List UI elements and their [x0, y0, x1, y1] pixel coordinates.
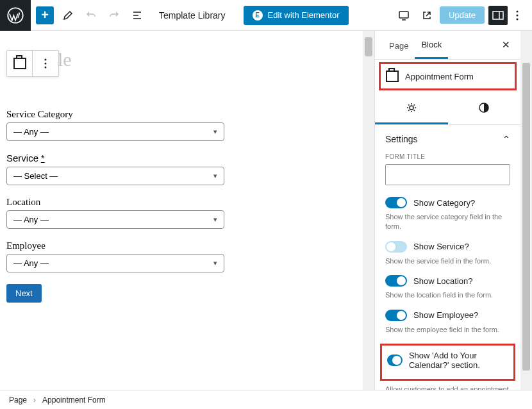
category-value: — Any —	[13, 127, 49, 137]
form-title-input[interactable]	[385, 164, 510, 185]
panel-tabs	[375, 93, 520, 125]
toggle-show-service[interactable]	[385, 241, 407, 253]
employee-value: — Any —	[13, 258, 49, 268]
elementor-label: Edit with Elementor	[268, 10, 340, 20]
contrast-icon	[478, 102, 490, 113]
svg-point-10	[410, 106, 413, 110]
location-value: — Any —	[13, 215, 49, 224]
service-label: Service *	[6, 153, 356, 164]
block-type-icon[interactable]	[7, 51, 33, 76]
undo-icon[interactable]	[82, 6, 100, 24]
template-library-link[interactable]: Template Library	[159, 10, 226, 21]
toggle-show-category[interactable]	[385, 197, 407, 208]
redo-icon[interactable]	[105, 6, 123, 24]
top-toolbar: + Template Library E Edit with Elementor…	[0, 0, 532, 31]
svg-point-5	[517, 14, 519, 16]
svg-point-6	[517, 18, 519, 20]
calendar-icon	[13, 58, 26, 69]
settings-sidebar: Page Block ✕ Appointment Form Settings ⌃	[374, 31, 520, 390]
sidebar-scrollbar[interactable]	[520, 31, 532, 390]
settings-section-label: Settings	[385, 134, 418, 144]
svg-rect-1	[399, 12, 408, 18]
svg-point-8	[45, 63, 47, 65]
tab-page[interactable]: Page	[383, 32, 415, 58]
elementor-icon: E	[253, 10, 263, 21]
device-preview-icon[interactable]	[395, 6, 413, 24]
external-link-icon[interactable]	[418, 6, 436, 24]
svg-point-4	[517, 10, 519, 12]
block-header: Appointment Form	[379, 62, 517, 90]
update-button[interactable]: Update	[440, 6, 485, 24]
page-title-fragment: le	[58, 49, 72, 71]
breadcrumb-sep-icon: ›	[33, 396, 36, 405]
styles-tab-icon[interactable]	[448, 93, 521, 124]
toggle-calendar-label: Show 'Add to Your Calendar?' section.	[409, 351, 508, 370]
calendar-icon	[386, 71, 399, 82]
svg-point-9	[45, 67, 47, 69]
location-select[interactable]: — Any — ▾	[6, 210, 224, 229]
sidebar-tabs: Page Block ✕	[375, 31, 520, 60]
svg-rect-2	[493, 12, 503, 19]
toggle-employee-label: Show Employee?	[413, 310, 478, 320]
wordpress-logo[interactable]	[0, 0, 31, 31]
toggle-show-employee[interactable]	[385, 310, 407, 321]
settings-tab-icon[interactable]	[375, 93, 448, 124]
editor-canvas[interactable]: le Service Category — Any — ▾ Service * …	[0, 31, 363, 390]
service-value: — Select —	[13, 171, 58, 181]
form-title-label: FORM TITLE	[385, 153, 510, 160]
toggle-location-label: Show Location?	[413, 276, 473, 286]
chevron-down-icon: ▾	[213, 215, 217, 224]
svg-point-7	[45, 59, 47, 61]
block-more-icon[interactable]	[33, 51, 58, 76]
toggle-employee-desc: Show the employee field in the form.	[385, 325, 510, 335]
toggle-category-label: Show Category?	[413, 198, 475, 208]
chevron-down-icon: ▾	[213, 128, 217, 136]
settings-section-head[interactable]: Settings ⌃	[375, 125, 520, 153]
location-label: Location	[6, 197, 356, 208]
gear-icon	[406, 102, 417, 113]
outline-icon[interactable]	[128, 6, 146, 24]
chevron-up-icon: ⌃	[503, 134, 510, 144]
appointment-form: Service Category — Any — ▾ Service * — S…	[6, 109, 356, 303]
chevron-down-icon: ▾	[213, 259, 217, 267]
wordpress-icon	[7, 7, 24, 24]
highlighted-toggle: Show 'Add to Your Calendar?' section.	[380, 344, 515, 381]
breadcrumb-block[interactable]: Appointment Form	[42, 396, 106, 405]
employee-label: Employee	[6, 240, 356, 251]
canvas-scrollbar[interactable]	[363, 31, 374, 390]
sidebar-toggle-button[interactable]	[488, 6, 508, 25]
close-sidebar-icon[interactable]: ✕	[499, 37, 513, 53]
toggle-location-desc: Show the location field in the form.	[385, 290, 510, 300]
toggle-service-desc: Show the service field in the form.	[385, 256, 510, 266]
toggle-service-label: Show Service?	[413, 242, 469, 251]
edit-with-elementor-button[interactable]: E Edit with Elementor	[244, 6, 349, 25]
breadcrumb-footer: Page › Appointment Form	[0, 390, 532, 409]
next-button[interactable]: Next	[6, 284, 42, 303]
category-select[interactable]: — Any — ▾	[6, 122, 224, 141]
toggle-show-location[interactable]	[385, 275, 407, 287]
breadcrumb-page[interactable]: Page	[9, 396, 27, 405]
block-toolbar	[6, 50, 59, 77]
tab-block[interactable]: Block	[415, 31, 448, 59]
employee-select[interactable]: — Any — ▾	[6, 254, 224, 272]
toggle-calendar-desc: Allow customers to add an appointment to…	[385, 385, 510, 390]
category-label: Service Category	[6, 109, 356, 120]
more-options-icon[interactable]	[508, 6, 527, 25]
add-block-button[interactable]: +	[36, 6, 54, 24]
chevron-down-icon: ▾	[213, 172, 217, 180]
block-name: Appointment Form	[405, 72, 474, 81]
toggle-show-calendar[interactable]	[387, 355, 403, 366]
edit-icon[interactable]	[59, 6, 77, 24]
service-select[interactable]: — Select — ▾	[6, 167, 224, 185]
toggle-category-desc: Show the service category field in the f…	[385, 212, 510, 232]
